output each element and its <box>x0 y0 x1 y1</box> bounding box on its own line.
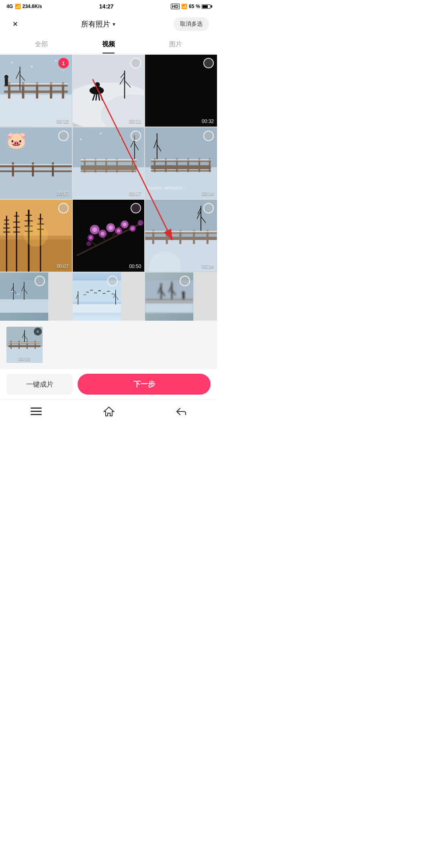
svg-line-31 <box>98 94 99 100</box>
nav-home-button[interactable] <box>95 405 123 418</box>
video-cell-5[interactable]: 00:17 <box>73 127 145 199</box>
svg-point-97 <box>24 223 48 247</box>
svg-rect-64 <box>151 170 211 172</box>
select-circle-6[interactable] <box>203 131 214 141</box>
nav-bar <box>0 399 217 422</box>
video-cell-2[interactable]: 00:11 <box>73 55 145 127</box>
svg-rect-143 <box>16 294 20 294</box>
dropdown-icon: ▾ <box>113 21 115 27</box>
video-cell-11[interactable] <box>73 272 121 321</box>
svg-rect-28 <box>92 86 100 90</box>
video-duration-3: 00:32 <box>202 119 214 124</box>
svg-rect-8 <box>62 82 64 98</box>
select-badge-1[interactable]: 1 <box>58 58 69 68</box>
video-cell-12[interactable] <box>145 272 193 321</box>
svg-rect-51 <box>116 158 118 172</box>
tab-video[interactable]: 视频 <box>75 35 142 53</box>
svg-rect-179 <box>31 411 42 412</box>
svg-point-114 <box>89 236 92 240</box>
tab-photo[interactable]: 图片 <box>142 35 209 53</box>
svg-rect-2 <box>4 90 68 93</box>
svg-rect-172 <box>27 341 28 349</box>
video-cell-7[interactable]: 00:07 <box>0 200 72 272</box>
svg-line-30 <box>96 94 96 100</box>
svg-rect-170 <box>10 341 12 349</box>
selected-thumbnail-1[interactable]: × 00:13 <box>6 327 43 363</box>
svg-point-59 <box>120 137 121 138</box>
watermark-text: 平如烟鸿—柳何淡情意... <box>147 186 186 191</box>
nav-back-button[interactable] <box>168 405 194 418</box>
video-cell-9[interactable]: 00:14 <box>145 200 217 272</box>
select-circle-11[interactable] <box>107 276 118 286</box>
svg-rect-83 <box>16 212 17 272</box>
svg-rect-47 <box>81 170 137 172</box>
next-button[interactable]: 下一步 <box>78 374 211 395</box>
header: × 所有照片 ▾ 取消多选 <box>0 13 217 35</box>
status-signal: 4G 📶 234.6K/s <box>6 4 42 9</box>
svg-point-116 <box>131 227 134 230</box>
svg-rect-125 <box>180 230 182 244</box>
svg-rect-89 <box>26 215 32 216</box>
svg-point-15 <box>11 62 13 63</box>
svg-rect-4 <box>8 82 10 98</box>
video-duration-7: 00:07 <box>57 264 69 269</box>
header-title[interactable]: 所有照片 ▾ <box>81 19 115 29</box>
svg-rect-173 <box>35 341 36 349</box>
video-duration-6: 00:14 <box>202 191 214 197</box>
video-duration-9: 00:14 <box>202 264 214 269</box>
svg-rect-128 <box>145 231 217 232</box>
svg-rect-123 <box>152 230 154 244</box>
selected-strip: × 00:13 <box>0 321 217 369</box>
svg-point-110 <box>117 229 120 233</box>
video-cell-4[interactable]: 🐷 00:17 <box>0 127 72 199</box>
svg-rect-126 <box>193 230 195 244</box>
video-cell-8[interactable]: 00:50 <box>73 200 145 272</box>
svg-point-58 <box>100 133 101 134</box>
battery-icon <box>202 4 211 9</box>
select-circle-3[interactable] <box>203 58 214 68</box>
svg-point-117 <box>86 242 91 246</box>
cancel-multiselect-button[interactable]: 取消多选 <box>174 17 209 31</box>
svg-rect-52 <box>132 158 133 172</box>
video-cell-1[interactable]: 1 00:13 <box>0 55 72 127</box>
svg-rect-153 <box>145 299 193 313</box>
svg-rect-162 <box>145 299 193 301</box>
svg-rect-127 <box>207 230 209 244</box>
nav-menu-button[interactable] <box>23 406 50 417</box>
svg-rect-87 <box>13 232 20 233</box>
close-button[interactable]: × <box>8 17 23 31</box>
svg-point-57 <box>80 138 82 140</box>
select-circle-7[interactable] <box>58 203 69 213</box>
video-duration-4: 00:17 <box>57 191 69 197</box>
status-bar: 4G 📶 234.6K/s 14:27 HD 📶 65% <box>0 0 217 13</box>
select-circle-10[interactable] <box>35 276 45 286</box>
svg-rect-53 <box>81 159 137 160</box>
svg-rect-84 <box>14 216 19 217</box>
tab-all[interactable]: 全部 <box>8 35 75 53</box>
video-duration-1: 00:13 <box>57 119 69 124</box>
svg-rect-66 <box>165 158 167 172</box>
video-cell-10[interactable] <box>0 272 48 321</box>
svg-rect-70 <box>209 158 211 172</box>
svg-rect-85 <box>13 222 20 223</box>
svg-rect-68 <box>188 158 189 172</box>
select-circle-5[interactable] <box>131 131 141 141</box>
video-grid: 1 00:13 <box>0 55 217 321</box>
wifi-icon: 📶 <box>181 4 187 9</box>
svg-rect-171 <box>18 341 20 349</box>
svg-point-161 <box>182 291 185 294</box>
svg-rect-50 <box>105 158 107 172</box>
video-cell-6[interactable]: 平如烟鸿—柳何淡情意... 00:14 <box>145 127 217 199</box>
svg-rect-45 <box>81 165 137 170</box>
svg-rect-13 <box>5 79 8 86</box>
svg-point-33 <box>95 82 100 87</box>
svg-point-112 <box>123 223 127 227</box>
select-circle-4[interactable] <box>58 131 69 141</box>
selected-remove-button[interactable]: × <box>34 328 42 336</box>
yijian-button[interactable]: 一键成片 <box>6 374 73 395</box>
video-cell-3[interactable]: 00:32 <box>145 55 217 127</box>
svg-rect-163 <box>145 302 193 303</box>
svg-rect-5 <box>22 82 25 98</box>
bottom-actions: 一键成片 下一步 <box>0 369 217 399</box>
svg-rect-146 <box>73 304 121 313</box>
